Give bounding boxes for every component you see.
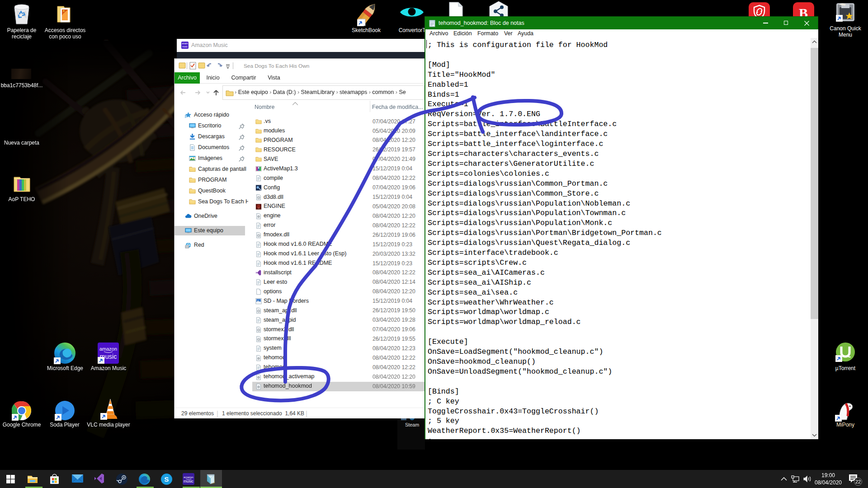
svg-text:amazon: amazon	[184, 476, 193, 479]
svg-text:S: S	[164, 475, 169, 483]
svg-text:22: 22	[855, 479, 861, 484]
svg-text:music: music	[184, 479, 194, 483]
